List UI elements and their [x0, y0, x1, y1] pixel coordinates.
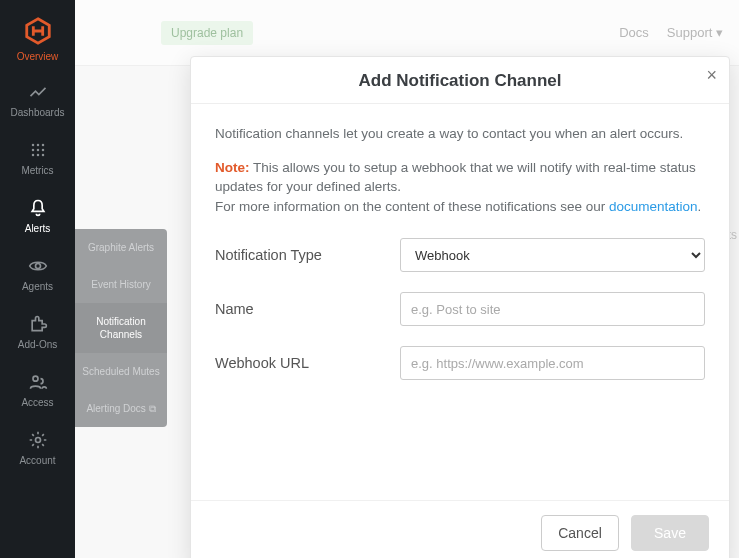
main-sidebar: Overview Dashboards Metrics Alerts Agent…: [0, 0, 75, 558]
chart-line-icon: [28, 82, 48, 102]
notification-type-label: Notification Type: [215, 247, 400, 263]
add-notification-channel-modal: Add Notification Channel × Notification …: [190, 56, 730, 558]
info-suffix: .: [698, 199, 702, 214]
sidebar-item-access[interactable]: Access: [0, 360, 75, 418]
svg-point-1: [36, 144, 39, 147]
sidebar-item-overview[interactable]: Overview: [0, 10, 75, 70]
cancel-button[interactable]: Cancel: [541, 515, 619, 551]
webhook-url-input[interactable]: [400, 346, 705, 380]
form-row-url: Webhook URL: [215, 346, 705, 380]
note-text: This allows you to setup a webhook that …: [215, 160, 696, 195]
sidebar-item-label: Agents: [22, 281, 53, 292]
modal-body: Notification channels let you create a w…: [191, 104, 729, 500]
notification-type-select[interactable]: Webhook: [400, 238, 705, 272]
sidebar-item-account[interactable]: Account: [0, 418, 75, 476]
gear-icon: [28, 430, 48, 450]
sidebar-item-label: Add-Ons: [18, 339, 57, 350]
eye-icon: [28, 256, 48, 276]
name-input[interactable]: [400, 292, 705, 326]
svg-point-0: [31, 144, 34, 147]
modal-title: Add Notification Channel: [358, 71, 561, 90]
documentation-link[interactable]: documentation: [609, 199, 698, 214]
svg-point-2: [41, 144, 44, 147]
svg-point-5: [41, 149, 44, 152]
sidebar-item-label: Overview: [17, 51, 59, 62]
svg-point-7: [36, 154, 39, 157]
sidebar-item-agents[interactable]: Agents: [0, 244, 75, 302]
sidebar-item-addons[interactable]: Add-Ons: [0, 302, 75, 360]
modal-header: Add Notification Channel ×: [191, 57, 729, 104]
sidebar-item-label: Alerts: [25, 223, 51, 234]
sidebar-item-label: Metrics: [21, 165, 53, 176]
modal-intro-text: Notification channels let you create a w…: [215, 124, 705, 144]
sidebar-item-label: Account: [19, 455, 55, 466]
note-label: Note:: [215, 160, 250, 175]
form-row-type: Notification Type Webhook: [215, 238, 705, 272]
svg-point-4: [36, 149, 39, 152]
sidebar-item-alerts[interactable]: Alerts: [0, 186, 75, 244]
metrics-icon: [28, 140, 48, 160]
svg-point-10: [33, 376, 38, 381]
sidebar-item-metrics[interactable]: Metrics: [0, 128, 75, 186]
puzzle-icon: [28, 314, 48, 334]
name-label: Name: [215, 301, 400, 317]
users-icon: [28, 372, 48, 392]
bell-icon: [28, 198, 48, 218]
svg-point-9: [35, 264, 40, 269]
svg-point-11: [35, 438, 40, 443]
modal-note: Note: This allows you to setup a webhook…: [215, 158, 705, 217]
modal-footer: Cancel Save: [191, 500, 729, 558]
webhook-url-label: Webhook URL: [215, 355, 400, 371]
svg-point-8: [41, 154, 44, 157]
save-button[interactable]: Save: [631, 515, 709, 551]
sidebar-item-dashboards[interactable]: Dashboards: [0, 70, 75, 128]
sidebar-item-label: Dashboards: [11, 107, 65, 118]
svg-point-3: [31, 149, 34, 152]
logo-icon: [23, 16, 53, 46]
svg-point-6: [31, 154, 34, 157]
info-prefix: For more information on the content of t…: [215, 199, 609, 214]
close-icon[interactable]: ×: [706, 65, 717, 86]
sidebar-item-label: Access: [21, 397, 53, 408]
form-row-name: Name: [215, 292, 705, 326]
